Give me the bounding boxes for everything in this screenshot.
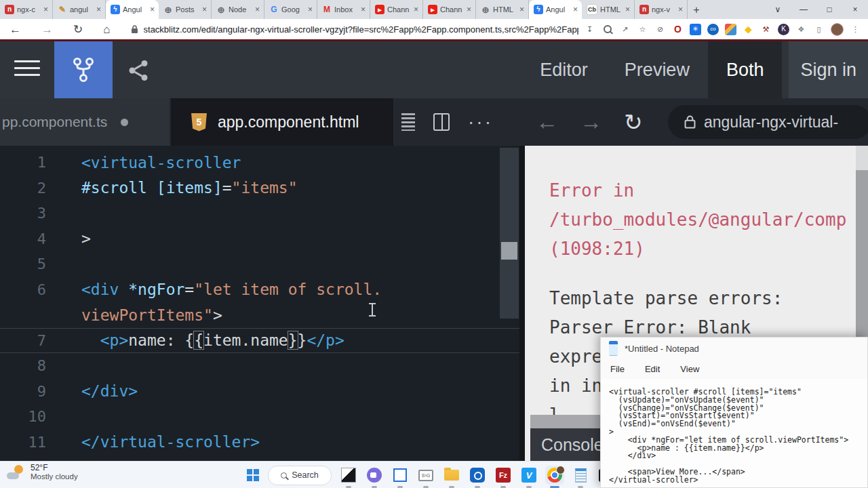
tab-search-chevron-icon[interactable]: ∨	[765, 0, 791, 19]
close-icon[interactable]: ×	[842, 0, 868, 19]
k-extension-icon[interactable]: K	[778, 24, 789, 35]
start-button[interactable]	[245, 466, 260, 485]
tab-close-icon[interactable]: ×	[307, 5, 314, 14]
fork-button[interactable]	[54, 41, 113, 98]
tools-extension-icon[interactable]: ⚒	[760, 24, 772, 35]
search-box[interactable]: Search	[268, 466, 332, 485]
co-extension-icon[interactable]: co	[707, 24, 719, 35]
code-line: 5	[0, 251, 519, 277]
tab-app-component-html[interactable]: 5 app.component.html	[171, 98, 393, 146]
tab-app-component-ts[interactable]: pp.component.ts	[0, 98, 170, 146]
tab-close-icon[interactable]: ×	[149, 5, 156, 14]
browser-tab[interactable]: ϟAngul×	[106, 0, 159, 19]
view-button-preview[interactable]: Preview	[606, 41, 708, 98]
home-icon[interactable]: ⌂	[103, 24, 110, 35]
back-icon[interactable]: ←	[536, 109, 558, 135]
tab-close-icon[interactable]: ×	[201, 5, 208, 14]
refresh-icon[interactable]: ↻	[73, 24, 83, 35]
search-icon	[281, 472, 287, 479]
browser-tab[interactable]: ϟAngul×	[529, 0, 582, 19]
profile-avatar[interactable]	[831, 23, 844, 36]
notepad-window[interactable]: *Untitled - Notepad FileEditView <virtua…	[600, 337, 868, 488]
window-extension-icon[interactable]: ▯	[813, 24, 825, 35]
browser-tab[interactable]: CbHTML×	[582, 0, 635, 19]
code-editor[interactable]: 1<virtual-scroller2#scroll [items]="item…	[0, 146, 519, 461]
red-ring-extension-icon[interactable]: O	[672, 24, 684, 35]
taskbar-video-chat-app-icon[interactable]	[365, 466, 384, 485]
browser-tab[interactable]: nngx-c×	[0, 0, 53, 19]
browser-tab[interactable]: ⊕Node×	[212, 0, 264, 19]
taskbar-filezilla-icon[interactable]: Fz	[494, 466, 513, 485]
browser-tab[interactable]: ✎angul×	[53, 0, 106, 19]
editor-scrollbar-thumb[interactable]	[501, 242, 517, 260]
notepad-title-bar[interactable]: *Untitled - Notepad	[601, 338, 867, 359]
view-button-editor[interactable]: Editor	[521, 41, 606, 98]
tab-close-icon[interactable]: ×	[518, 5, 526, 14]
code-line: 6<div *ngFor="let item of scroll.	[0, 277, 519, 303]
split-view-icon[interactable]	[433, 113, 450, 131]
scrollbar-thumb[interactable]	[530, 415, 606, 428]
notepad-menu-file[interactable]: File	[610, 364, 625, 374]
tab-close-icon[interactable]: ×	[95, 5, 102, 14]
prettier-icon[interactable]	[401, 113, 415, 131]
view-button-both[interactable]: Both	[708, 41, 783, 98]
tab-close-icon[interactable]: ×	[254, 5, 261, 14]
tab-close-icon[interactable]: ×	[465, 5, 473, 14]
more-options-icon[interactable]: ···	[468, 117, 493, 127]
notepad-menu-edit[interactable]: Edit	[645, 364, 660, 374]
blocked-circle-extension-icon[interactable]: ⊘	[654, 24, 666, 35]
tab-close-icon[interactable]: ×	[677, 5, 684, 14]
tab-close-icon[interactable]: ×	[624, 5, 631, 14]
forward-icon[interactable]: →	[41, 24, 53, 35]
scrollbar-thumb[interactable]	[856, 170, 868, 337]
notepad-menu-view[interactable]: View	[680, 364, 699, 374]
weather-widget[interactable]: 52°F Mostly cloudy	[7, 464, 78, 481]
diamond-extension-icon[interactable]: ◆	[743, 24, 754, 35]
address-bar[interactable]: stackblitz.com/edit/angular-ngx-virtual-…	[144, 24, 578, 35]
taskbar-screentogif-icon[interactable]: S›G	[416, 466, 435, 485]
pane-divider[interactable]	[519, 146, 525, 461]
sign-in-button[interactable]: Sign in	[789, 41, 868, 98]
editor-scrollbar[interactable]	[500, 148, 519, 319]
share-icon[interactable]: ↗	[619, 24, 631, 35]
taskbar-zoomit-icon[interactable]	[391, 466, 410, 485]
bookmark-star-icon[interactable]: ☆	[637, 24, 648, 35]
taskbar-blue-ring-app-icon[interactable]	[468, 466, 487, 485]
taskbar-chrome-icon[interactable]	[545, 466, 564, 485]
tab-close-icon[interactable]: ×	[412, 5, 420, 14]
browser-tab[interactable]: ▶Chann×	[370, 0, 423, 19]
taskbar-vscode-icon[interactable]: V	[519, 466, 538, 485]
browser-tab[interactable]: ▶Chann×	[423, 0, 476, 19]
forward-icon[interactable]: →	[580, 109, 602, 135]
tab-close-icon[interactable]: ×	[42, 5, 50, 14]
token: [items]	[157, 179, 222, 197]
share-button[interactable]	[126, 58, 151, 83]
refresh-icon[interactable]: ↻	[624, 109, 643, 136]
palette-extension-icon[interactable]	[725, 24, 736, 35]
console-label: Console	[541, 435, 604, 455]
taskbar-notepad-app-icon[interactable]	[571, 466, 590, 485]
puzzle-extension-icon[interactable]: ❖	[795, 24, 807, 35]
browser-tab[interactable]: GGoog×	[264, 0, 317, 19]
hamburger-menu-icon[interactable]	[14, 60, 40, 81]
download-icon[interactable]: ↧	[584, 24, 595, 35]
browser-tab[interactable]: ⊕Posts×	[159, 0, 212, 19]
line-number: 1	[0, 154, 46, 171]
browser-tab[interactable]: nngx-v×	[635, 0, 688, 19]
tab-close-icon[interactable]: ×	[572, 5, 579, 14]
kebab-menu-icon[interactable]: ⋮	[850, 24, 861, 35]
new-tab-button[interactable]: +	[688, 1, 705, 19]
taskbar-photos-app-icon[interactable]	[339, 466, 358, 485]
minimize-icon[interactable]: —	[791, 0, 816, 19]
snowflake-extension-icon[interactable]: ✳	[690, 24, 701, 35]
browser-tab[interactable]: MInbox×	[317, 0, 370, 19]
taskbar-file-explorer-icon[interactable]	[442, 466, 461, 485]
preview-url-bar[interactable]: angular-ngx-virtual-	[668, 105, 868, 139]
notepad-content[interactable]: <virtual-scroller #scroll [items]="items…	[601, 379, 867, 487]
toolbar-extension-icons: ↧↗☆⊘O✳co◆⚒K❖▯⋮	[584, 23, 861, 36]
browser-tab[interactable]: ⊕HTML×	[476, 0, 529, 19]
tab-close-icon[interactable]: ×	[359, 5, 367, 14]
zoom-lens-icon[interactable]	[601, 24, 613, 35]
maximize-icon[interactable]: □	[816, 0, 842, 19]
back-icon[interactable]: ←	[9, 24, 21, 35]
